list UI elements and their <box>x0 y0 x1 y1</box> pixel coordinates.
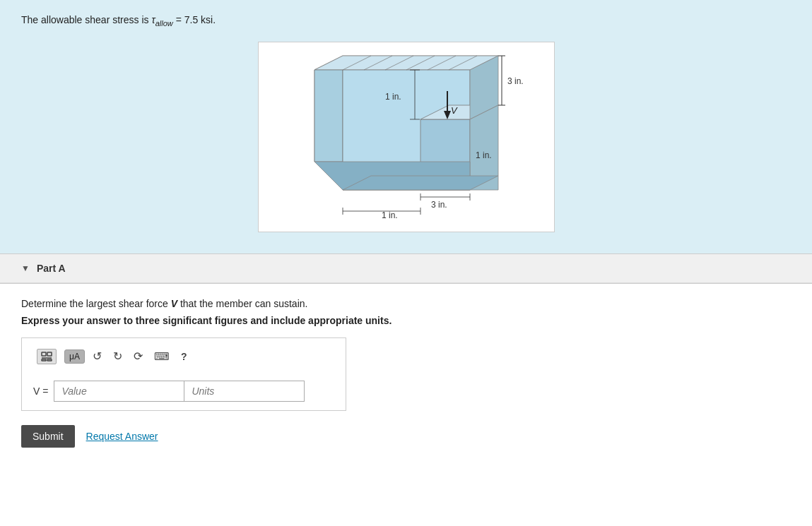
instruction-text: Express your answer to three significant… <box>21 315 791 326</box>
svg-text:1 in.: 1 in. <box>382 210 398 220</box>
svg-rect-38 <box>42 352 46 356</box>
top-section: The allowable shear stress is τallow = 7… <box>0 0 812 253</box>
submit-button[interactable]: Submit <box>21 425 75 448</box>
question-text: Determine the largest shear force V that… <box>21 298 791 309</box>
help-label: ? <box>181 351 187 362</box>
svg-text:V: V <box>451 105 458 116</box>
fraction-button[interactable] <box>33 347 60 366</box>
svg-marker-3 <box>314 70 343 162</box>
question-prefix: Determine the largest shear force <box>21 298 171 309</box>
part-a-section: ▼ Part A <box>0 254 812 283</box>
tau-subscript: allow <box>155 19 173 28</box>
diagram-container: 3 in. V 1 in. 3 in. 1 in. 1 in. <box>21 42 791 232</box>
input-row: V = <box>33 381 334 402</box>
undo-icon: ↺ <box>93 349 102 363</box>
fraction-icon <box>37 349 57 364</box>
buttons-row: Submit Request Answer <box>21 425 791 448</box>
statement-prefix: The allowable shear stress is <box>21 14 151 25</box>
variable-v: V <box>171 298 177 309</box>
svg-text:1 in.: 1 in. <box>385 92 401 102</box>
svg-rect-42 <box>47 359 52 361</box>
problem-statement: The allowable shear stress is τallow = 7… <box>21 14 216 28</box>
toolbar: μA ↺ ↻ ⟳ ⌨ ? <box>33 347 334 372</box>
svg-text:3 in.: 3 in. <box>431 200 447 210</box>
request-answer-label: Request Answer <box>86 431 158 442</box>
redo-button[interactable]: ↻ <box>110 347 126 365</box>
question-suffix: that the member can sustain. <box>177 298 307 309</box>
help-button[interactable]: ? <box>177 349 191 364</box>
answer-box: μA ↺ ↻ ⟳ ⌨ ? V = <box>21 337 346 411</box>
reset-icon: ⟳ <box>134 349 143 363</box>
svg-text:3 in.: 3 in. <box>507 76 524 86</box>
diagram-svg: 3 in. V 1 in. 3 in. 1 in. 1 in. <box>272 49 541 225</box>
value-input[interactable] <box>54 381 184 402</box>
part-a-title: Part A <box>37 263 66 274</box>
keyboard-icon: ⌨ <box>154 350 170 363</box>
eq-label: V = <box>33 385 48 397</box>
mu-a-label: μA <box>69 352 80 361</box>
svg-marker-2 <box>314 56 498 70</box>
request-answer-button[interactable]: Request Answer <box>86 431 158 442</box>
undo-button[interactable]: ↺ <box>89 347 105 365</box>
svg-text:1 in.: 1 in. <box>476 150 492 160</box>
answer-section: Determine the largest shear force V that… <box>0 284 812 462</box>
redo-icon: ↻ <box>113 349 122 363</box>
submit-label: Submit <box>33 431 64 442</box>
stress-value: = 7.5 ksi. <box>173 14 216 25</box>
reset-button[interactable]: ⟳ <box>130 347 146 365</box>
units-input[interactable] <box>184 381 305 402</box>
svg-rect-39 <box>47 352 52 356</box>
chevron-down-icon[interactable]: ▼ <box>21 263 30 273</box>
keyboard-button[interactable]: ⌨ <box>151 348 173 365</box>
diagram-box: 3 in. V 1 in. 3 in. 1 in. 1 in. <box>258 42 555 232</box>
mu-a-button[interactable]: μA <box>64 349 85 364</box>
svg-rect-41 <box>42 359 46 361</box>
